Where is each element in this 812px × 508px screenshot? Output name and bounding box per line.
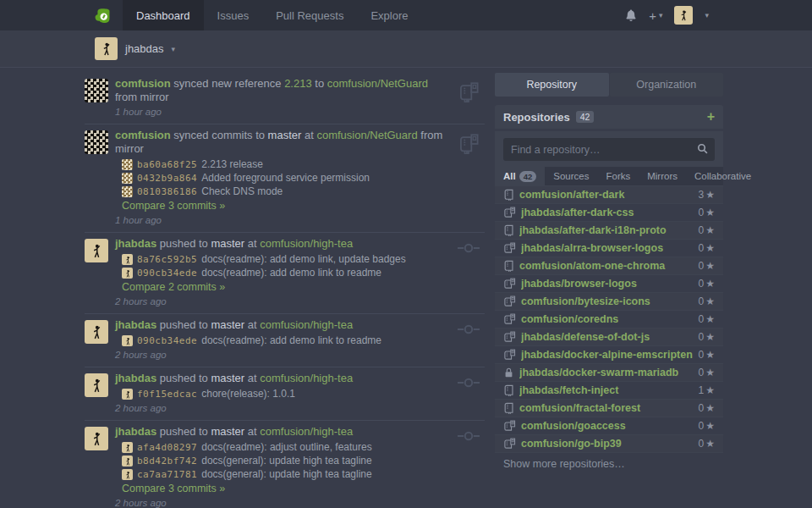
commit-sha-link[interactable]: f0f15edcac: [137, 388, 197, 400]
nav-item-issues[interactable]: Issues: [204, 0, 263, 30]
commit-sha-link[interactable]: afa4d08297: [137, 441, 197, 454]
repo-list-item[interactable]: jhabdas/browser-logos0★: [495, 274, 723, 292]
repo-list-item[interactable]: comfusion/coredns0★: [495, 310, 723, 328]
repo-name-link[interactable]: comfusion/atom-one-chroma: [519, 260, 699, 272]
notifications-bell-icon[interactable]: [625, 9, 637, 21]
actor-avatar[interactable]: [85, 320, 108, 344]
filter-tab-sources[interactable]: Sources: [545, 167, 597, 185]
repo-list-item[interactable]: comfusion/go-bip390★: [495, 434, 723, 452]
user-link[interactable]: jhabdas: [115, 237, 156, 250]
repo-link[interactable]: comfusion/high-tea: [260, 237, 353, 250]
repo-clone-icon: [503, 207, 516, 218]
branch-link[interactable]: master: [268, 129, 302, 141]
context-username[interactable]: jhabdas: [125, 42, 164, 55]
filter-tab-mirrors[interactable]: Mirrors: [639, 167, 686, 185]
repo-list-item[interactable]: jhabdas/docker-alpine-emscripten0★: [495, 345, 723, 363]
feed-item-title: jhabdas pushed to master at comfusion/hi…: [115, 425, 447, 439]
commit-message: Check DNS mode: [201, 185, 283, 198]
repo-name-link[interactable]: jhabdas/defense-of-dot-js: [521, 331, 699, 343]
repo-list-item[interactable]: jhabdas/defense-of-dot-js0★: [495, 328, 723, 345]
compare-commits-link[interactable]: Compare 3 commits »: [122, 199, 447, 213]
repo-link[interactable]: comfusion/high-tea: [260, 372, 353, 384]
commit-message: docs(readme): add demo link, update badg…: [201, 253, 405, 266]
compare-commits-link[interactable]: Compare 2 commits »: [122, 280, 447, 294]
nav-item-dashboard[interactable]: Dashboard: [123, 0, 204, 30]
actor-avatar[interactable]: [85, 373, 108, 397]
commit-sha-link[interactable]: 8a76c592b5: [137, 253, 197, 266]
context-user-avatar[interactable]: [95, 37, 118, 60]
context-chevron-down-icon[interactable]: ▾: [172, 45, 176, 53]
actor-avatar[interactable]: [85, 427, 108, 450]
user-link[interactable]: jhabdas: [115, 372, 156, 384]
nav-item-explore[interactable]: Explore: [357, 0, 421, 30]
ref-link[interactable]: 2.213: [284, 77, 312, 90]
actor-avatar[interactable]: [85, 239, 108, 262]
feed-item-title: comfusion synced commits to master at co…: [115, 129, 447, 156]
repo-list-item[interactable]: jhabdas/after-dark-css0★: [495, 203, 723, 221]
panel-tab-organization[interactable]: Organization: [610, 73, 724, 97]
repo-list-item[interactable]: comfusion/after-dark3★: [495, 185, 723, 203]
repo-name-link[interactable]: jhabdas/browser-logos: [521, 278, 699, 290]
repo-search-input[interactable]: [503, 138, 715, 161]
repo-list-item[interactable]: jhabdas/fetch-inject1★: [495, 381, 723, 399]
commit-sha-link[interactable]: ba60a68f25: [137, 158, 197, 171]
repo-name-link[interactable]: jhabdas/after-dark-i18n-proto: [519, 224, 699, 236]
commit-sha-link[interactable]: ca7aa71781: [137, 468, 197, 481]
filter-tab-collaborative[interactable]: Collaborative: [686, 167, 760, 185]
user-menu-chevron-down-icon[interactable]: ▾: [705, 11, 709, 19]
star-icon: ★: [705, 331, 715, 343]
commit-sha-link[interactable]: b8d42bf742: [137, 455, 197, 467]
new-repository-plus-button[interactable]: +: [707, 110, 715, 124]
user-avatar[interactable]: [674, 6, 693, 25]
repo-name-link[interactable]: comfusion/after-dark: [519, 189, 699, 201]
repo-name-link[interactable]: jhabdas/after-dark-css: [521, 207, 699, 218]
user-link[interactable]: comfusion: [115, 77, 171, 90]
repo-name-link[interactable]: comfusion/coredns: [521, 313, 699, 325]
repo-list-item[interactable]: comfusion/bytesize-icons0★: [495, 292, 723, 310]
commit-sha-link[interactable]: 090cb34ede: [137, 334, 197, 347]
gitea-logo-icon[interactable]: [95, 0, 111, 30]
repo-list-item[interactable]: comfusion/fractal-forest0★: [495, 399, 723, 417]
star-icon: ★: [705, 224, 715, 236]
nav-item-pull-requests[interactable]: Pull Requests: [262, 0, 357, 30]
repo-link[interactable]: comfusion/high-tea: [260, 425, 353, 438]
user-link[interactable]: jhabdas: [115, 318, 156, 331]
repo-list-item[interactable]: jhabdas/after-dark-i18n-proto0★: [495, 221, 723, 239]
compare-commits-link[interactable]: Compare 3 commits »: [122, 482, 447, 495]
branch-link[interactable]: master: [211, 237, 244, 250]
commit-sha-link[interactable]: 0432b9a864: [137, 172, 197, 185]
show-more-repositories-link[interactable]: Show more repositories…: [495, 452, 723, 475]
commit-sha-link[interactable]: 090cb34ede: [137, 267, 197, 279]
branch-link[interactable]: master: [211, 425, 244, 438]
repo-name-link[interactable]: jhabdas/alrra-browser-logos: [521, 242, 699, 254]
repo-list-item[interactable]: jhabdas/alrra-browser-logos0★: [495, 239, 723, 257]
repo-name-link[interactable]: comfusion/goaccess: [521, 420, 699, 432]
branch-link[interactable]: master: [211, 318, 244, 331]
repo-link[interactable]: comfusion/NetGuard: [316, 129, 417, 141]
repo-name-link[interactable]: comfusion/bytesize-icons: [521, 295, 699, 307]
repo-list-item[interactable]: comfusion/goaccess0★: [495, 417, 723, 434]
repo-name-link[interactable]: jhabdas/docker-alpine-emscripten: [521, 349, 699, 361]
repo-name-link[interactable]: jhabdas/fetch-inject: [519, 384, 699, 396]
actor-avatar[interactable]: [85, 130, 108, 154]
feed-text: at: [244, 425, 260, 438]
branch-link[interactable]: master: [211, 372, 244, 384]
panel-tab-repository[interactable]: Repository: [495, 73, 609, 97]
user-link[interactable]: comfusion: [115, 129, 171, 141]
filter-tab-forks[interactable]: Forks: [597, 167, 639, 185]
commit-sha-link[interactable]: 0810386186: [137, 185, 197, 198]
repo-name-link[interactable]: comfusion/go-bip39: [521, 438, 699, 450]
actor-avatar[interactable]: [85, 79, 108, 102]
create-new-button[interactable]: +▾: [649, 8, 662, 23]
repo-name-link[interactable]: jhabdas/docker-swarm-mariadb: [519, 367, 699, 378]
filter-tab-all[interactable]: All42: [495, 167, 545, 185]
repo-list-item[interactable]: comfusion/atom-one-chroma0★: [495, 257, 723, 274]
repo-star-count: 0★: [699, 438, 715, 450]
repo-link[interactable]: comfusion/high-tea: [260, 318, 353, 331]
repo-list-item[interactable]: jhabdas/docker-swarm-mariadb0★: [495, 363, 723, 381]
repo-link[interactable]: comfusion/NetGuard: [327, 77, 428, 90]
user-link[interactable]: jhabdas: [115, 425, 156, 438]
repo-name-link[interactable]: comfusion/fractal-forest: [519, 402, 699, 414]
commit-list: afa4d08297docs(readme): adjust outline, …: [122, 441, 447, 481]
search-icon[interactable]: [697, 143, 708, 157]
